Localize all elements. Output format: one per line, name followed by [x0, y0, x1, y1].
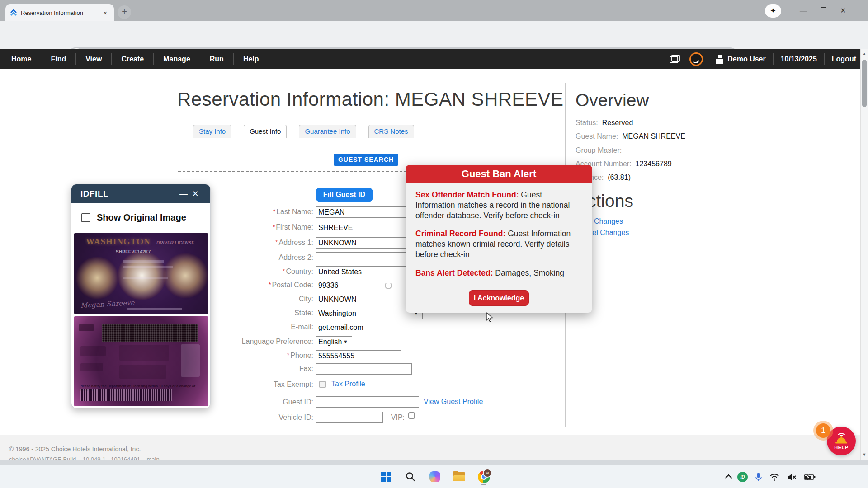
service-bell-icon — [834, 432, 849, 446]
license-ghost-photo — [181, 344, 200, 377]
show-original-checkbox[interactable] — [81, 213, 90, 222]
fax-input[interactable] — [316, 363, 412, 375]
tray-chevron-up-icon[interactable] — [725, 474, 730, 479]
tab-stay-info[interactable]: Stay Info — [193, 125, 231, 138]
system-tray: ID — [722, 465, 819, 488]
vehicle-id-label: Vehicle ID: — [172, 413, 313, 422]
mouse-cursor — [486, 312, 495, 325]
copilot-button[interactable] — [426, 468, 444, 486]
idfill-minimize-icon[interactable]: — — [178, 189, 189, 199]
help-label: HELP — [834, 445, 848, 450]
hologram-seal — [163, 253, 208, 298]
running-app-indicator — [481, 484, 486, 485]
hologram-seal — [118, 251, 166, 300]
nav-item-manage[interactable]: Manage — [154, 49, 200, 69]
screen: Reservation Information × + ✦ — ✕ ← → ↻ — [0, 0, 868, 488]
new-tab-icon[interactable]: + — [118, 5, 131, 19]
idfill-panel: IDFILL — ✕ Show Original Image WASHINGTO… — [71, 184, 211, 408]
browser-sparkle-icon[interactable]: ✦ — [765, 4, 781, 18]
guest-search-button[interactable]: GUEST SEARCH — [334, 154, 398, 166]
scrollbar-thumb[interactable] — [862, 60, 867, 107]
page-scrollbar[interactable]: ▲ ▼ — [860, 49, 868, 460]
page-title: Reservation Information: MEGAN SHREEVE — [177, 89, 556, 110]
idfill-header[interactable]: IDFILL — ✕ — [71, 184, 210, 203]
license-front-image: WASHINGTON DRIVER LICENSE SHREEVE142K7 M… — [74, 233, 208, 314]
license-doctype-text: DRIVER LICENSE — [156, 240, 194, 245]
tab-close-icon[interactable]: × — [101, 9, 109, 17]
window-close-icon[interactable]: ✕ — [833, 6, 853, 15]
search-icon — [405, 471, 416, 482]
tax-profile-link[interactable]: Tax Profile — [331, 380, 365, 388]
guest-id-input[interactable] — [316, 396, 419, 408]
license-state-text: WASHINGTON — [86, 237, 151, 247]
show-original-row: Show Original Image — [81, 212, 186, 223]
user-label: Demo User — [727, 49, 765, 69]
nav-item-home[interactable]: Home — [2, 49, 41, 69]
overview-status-row: Status:Reserved — [576, 119, 633, 127]
windows-taskbar: M ID — [0, 465, 868, 488]
acknowledge-button[interactable]: I Acknowledge — [469, 290, 529, 306]
license-2d-barcode — [102, 324, 198, 342]
vip-checkbox[interactable] — [408, 412, 415, 419]
nav-item-help[interactable]: Help — [234, 49, 269, 69]
nav-item-run[interactable]: Run — [200, 49, 233, 69]
nav-item-view[interactable]: View — [76, 49, 111, 69]
fill-guest-id-button[interactable]: Fill Guest ID — [316, 188, 373, 202]
license-signature: Megan Shreeve — [80, 299, 135, 310]
license-back-image: Please notify the Department of Licensin… — [74, 316, 208, 406]
idfill-close-icon[interactable]: ✕ — [189, 189, 201, 199]
window-controls: — ✕ — [793, 0, 853, 21]
nav-item-find[interactable]: Find — [41, 49, 75, 69]
choice-hotels-logo[interactable] — [684, 52, 708, 66]
user-icon — [716, 55, 724, 64]
window-maximize-icon[interactable] — [813, 7, 833, 15]
tab-title: Reservation Information — [21, 9, 101, 16]
copyright-text: © 1996 - 2025 Choice Hotels Internationa… — [9, 446, 141, 453]
battery-icon[interactable] — [804, 474, 816, 480]
browser-tab[interactable]: Reservation Information × — [5, 4, 114, 21]
copilot-icon — [429, 471, 440, 482]
chrome-profile-badge: M — [483, 469, 492, 478]
tab-crs-notes[interactable]: CRS Notes — [368, 125, 414, 138]
window-minimize-icon[interactable]: — — [793, 7, 813, 15]
file-explorer-button[interactable] — [450, 468, 468, 486]
chevron-down-icon: ▼ — [343, 337, 348, 347]
scroll-up-icon[interactable]: ▲ — [861, 52, 868, 56]
scroll-down-icon[interactable]: ▼ — [861, 452, 868, 457]
alert-criminal-record: Criminal Record Found: Guest Information… — [415, 229, 582, 260]
start-button[interactable] — [377, 468, 395, 486]
nav-menu: Home Find View Create Manage Run Help — [0, 49, 269, 69]
hologram-seal — [76, 257, 118, 299]
alert-bans: Bans Alert Detected: Damages, Smoking — [415, 268, 582, 278]
modal-title: Guest Ban Alert — [406, 165, 592, 183]
logout-link[interactable]: Logout — [825, 49, 863, 69]
wifi-icon[interactable] — [769, 473, 779, 481]
tray-id-icon[interactable]: ID — [737, 472, 748, 482]
tab-guarantee-info[interactable]: Guarantee Info — [299, 125, 356, 138]
language-select[interactable]: English▼ — [316, 336, 352, 347]
phone-input[interactable] — [316, 350, 401, 361]
user-menu[interactable]: Demo User — [708, 49, 773, 69]
reservation-tabs: Stay Info Guest Info Guarantee Info CRS … — [193, 125, 414, 138]
view-guest-profile-link[interactable]: View Guest Profile — [424, 398, 483, 406]
taskbar-search[interactable] — [401, 468, 420, 486]
chrome-taskbar-button[interactable]: M — [475, 468, 493, 486]
alert-sex-offender: Sex Offender Match Found: Guest Informat… — [415, 190, 582, 221]
nav-item-create[interactable]: Create — [112, 49, 153, 69]
speaker-muted-icon[interactable] — [787, 473, 797, 481]
help-notification-badge: 1 — [816, 423, 830, 438]
divider — [787, 6, 787, 15]
license-1d-barcode — [80, 389, 172, 401]
modal-body: Sex Offender Match Found: Guest Informat… — [406, 183, 592, 278]
overview-heading: Overview — [576, 90, 649, 110]
chrome-icon: M — [478, 471, 490, 483]
help-widget[interactable]: HELP — [827, 427, 856, 455]
email-input[interactable] — [316, 322, 454, 333]
postal-loading-spinner-icon — [385, 282, 392, 289]
tax-exempt-checkbox[interactable] — [319, 381, 326, 388]
nav-right-group: Demo User 10/13/2025 Logout — [666, 49, 863, 69]
microphone-icon[interactable] — [755, 472, 762, 482]
postal-code-input[interactable] — [316, 280, 394, 291]
tab-guest-info[interactable]: Guest Info — [244, 125, 287, 138]
windows-panel-icon[interactable] — [666, 54, 684, 64]
